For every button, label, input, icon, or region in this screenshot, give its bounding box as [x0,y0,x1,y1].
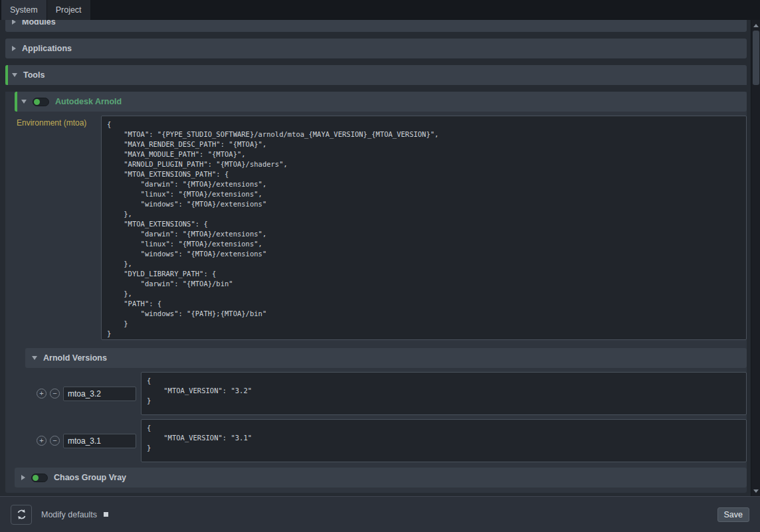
chevron-right-icon [12,46,16,51]
section-title-tools: Tools [23,70,45,80]
version-row-mtoa-3-2: + − { "MTOA_VERSION": "3.2" } [25,372,747,415]
group-header-chaos-group-vray[interactable]: Chaos Group Vray [15,468,747,488]
tab-project[interactable]: Project [47,0,90,20]
settings-window: System Project Modules Applications Tool… [0,0,760,532]
version-row-mtoa-3-1: + − { "MTOA_VERSION": "3.1" } [25,419,747,462]
settings-content: Modules Applications Tools Autodesk Arno… [0,20,760,493]
tools-section-body: Autodesk Arnold Environment (mtoa) { "MT… [5,92,747,493]
section-title-modules: Modules [22,20,56,27]
footer-bar: Modify defaults Save [0,496,760,532]
group-title-arnold-versions: Arnold Versions [43,353,107,363]
section-title-applications: Applications [22,44,72,53]
section-tools: Tools Autodesk Arnold Environment (mtoa)… [5,65,747,493]
scrollbar[interactable] [751,20,760,496]
vray-enabled-toggle[interactable] [31,474,48,482]
chevron-down-icon [21,100,27,104]
version-json-editor[interactable]: { "MTOA_VERSION": "3.1" } [141,419,747,462]
chevron-down-icon [32,356,37,360]
environment-row: Environment (mtoa) { "MTOA": "{PYPE_STUD… [15,116,747,340]
modify-defaults-checkbox[interactable] [104,512,108,517]
version-key-input[interactable] [63,387,136,401]
tab-system[interactable]: System [1,0,47,20]
chevron-right-icon [21,475,25,480]
arrow-up-icon [753,24,759,27]
chevron-right-icon [12,20,16,25]
version-key-input[interactable] [63,434,136,448]
refresh-icon [16,509,27,520]
scroll-down-button[interactable] [751,486,760,495]
group-title-chaos-group-vray: Chaos Group Vray [54,473,126,482]
refresh-button[interactable] [11,505,32,525]
arrow-down-icon [753,489,759,493]
scroll-up-button[interactable] [751,21,760,30]
section-header-tools[interactable]: Tools [5,65,747,85]
scrollbar-thumb[interactable] [753,31,759,85]
environment-json-editor[interactable]: { "MTOA": "{PYPE_STUDIO_SOFTWARE}/arnold… [101,116,747,340]
section-header-applications[interactable]: Applications [5,39,747,58]
section-header-modules[interactable]: Modules [5,20,747,32]
tab-bar: System Project [0,0,760,20]
group-header-arnold-versions[interactable]: Arnold Versions [25,348,747,368]
group-header-autodesk-arnold[interactable]: Autodesk Arnold [15,92,747,112]
group-title-autodesk-arnold: Autodesk Arnold [55,97,122,106]
arnold-enabled-toggle[interactable] [33,98,49,106]
modify-defaults-label: Modify defaults [41,510,97,519]
remove-version-button[interactable]: − [50,436,60,446]
remove-version-button[interactable]: − [50,389,60,399]
chevron-down-icon [12,73,17,77]
add-version-button[interactable]: + [37,389,47,399]
environment-label: Environment (mtoa) [17,116,98,340]
version-json-editor[interactable]: { "MTOA_VERSION": "3.2" } [141,372,747,415]
save-button[interactable]: Save [717,507,750,522]
add-version-button[interactable]: + [37,436,47,446]
settings-scroll-area: Modules Applications Tools Autodesk Arno… [0,20,760,496]
